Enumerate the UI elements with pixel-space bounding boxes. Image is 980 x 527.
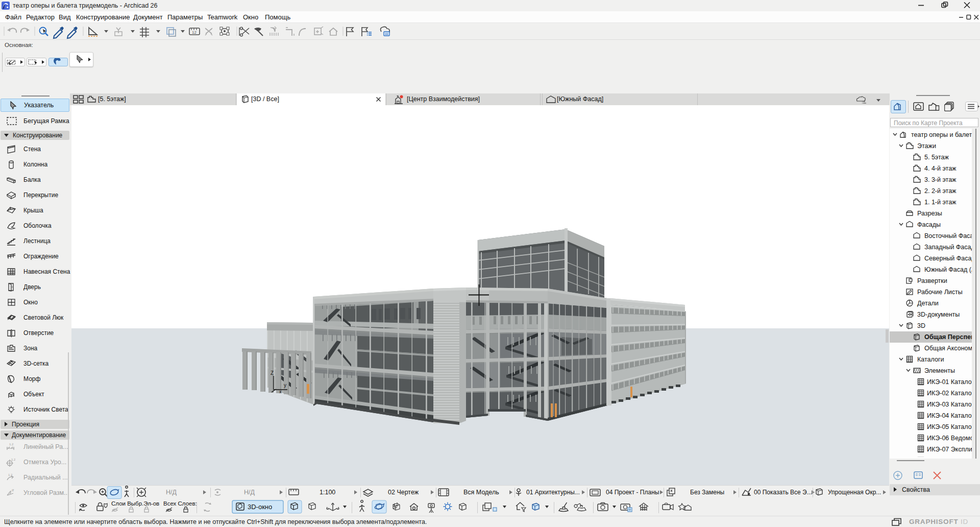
svg-text:Без Замены: Без Замены xyxy=(690,489,724,496)
svg-text:1.2: 1.2 xyxy=(11,458,15,461)
svg-text:Н/Д: Н/Д xyxy=(166,489,177,496)
svg-text:Н/Д: Н/Д xyxy=(244,489,255,496)
svg-text:12: 12 xyxy=(192,30,197,35)
svg-text:1.2: 1.2 xyxy=(9,443,14,446)
svg-text:Слои Выбр.Эл-ов: Слои Выбр.Эл-ов xyxy=(111,500,159,507)
svg-text:00 Показать Все Э...: 00 Показать Все Э... xyxy=(754,489,812,496)
svg-text:α: α xyxy=(12,488,14,492)
svg-text:1.2: 1.2 xyxy=(8,473,13,476)
svg-text:02 Чертеж: 02 Чертеж xyxy=(388,489,419,496)
svg-text:Всех Слоев:: Всех Слоев: xyxy=(163,500,197,507)
svg-text:01 Архитектурны...: 01 Архитектурны... xyxy=(526,489,580,496)
svg-text:1:100: 1:100 xyxy=(320,489,335,496)
svg-text:y: y xyxy=(284,382,286,388)
svg-text:x: x xyxy=(279,389,282,394)
svg-text:Вся Модель: Вся Модель xyxy=(463,489,499,496)
svg-text:Упрощенная Окр...: Упрощенная Окр... xyxy=(828,489,881,496)
svg-text:04 Проект - Планы: 04 Проект - Планы xyxy=(606,489,659,496)
svg-text:Z: Z xyxy=(271,370,274,376)
svg-text:3D-окно: 3D-окно xyxy=(248,503,272,511)
